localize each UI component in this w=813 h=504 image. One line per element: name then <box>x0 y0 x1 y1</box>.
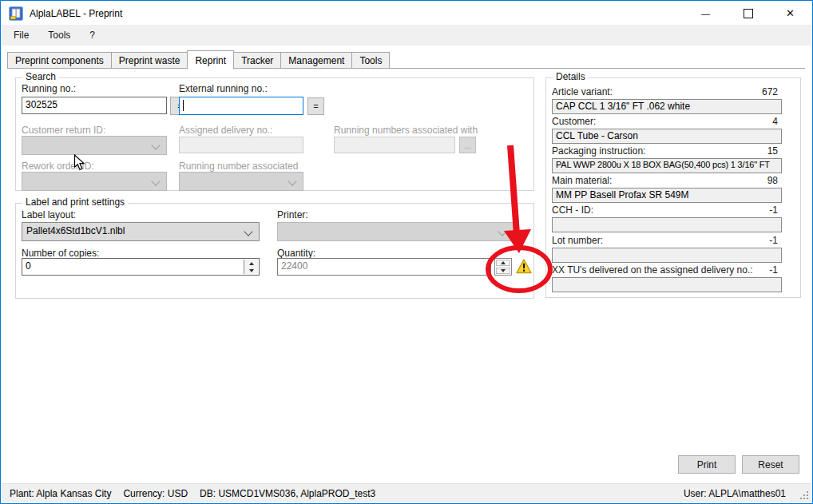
details-group: Details Article variant: 672 CAP CCL 1 3… <box>545 77 801 298</box>
printer-combo <box>277 222 514 241</box>
menu-item-tools[interactable]: Tools <box>41 26 77 45</box>
app-icon <box>9 6 23 21</box>
spin-down-icon[interactable] <box>244 267 258 274</box>
packaging-instruction-label: Packaging instruction: <box>552 145 645 157</box>
cch-id-label: CCH - ID: <box>552 204 593 216</box>
reset-button[interactable]: Reset <box>742 455 799 474</box>
assigned-delivery-no-input <box>179 137 303 153</box>
chevron-down-icon <box>244 227 252 236</box>
tab-reprint[interactable]: Reprint <box>187 50 234 69</box>
article-variant-id: 672 <box>762 86 778 97</box>
maximize-icon <box>744 9 753 18</box>
customer-id: 4 <box>772 116 778 127</box>
details-group-legend: Details <box>553 71 589 82</box>
label-print-settings-group: Label and print settings Label layout: P… <box>15 203 534 299</box>
assigned-delivery-no-label: Assigned delivery no.: <box>179 125 272 136</box>
customer-field: CCL Tube - Carson <box>552 129 782 144</box>
text-caret <box>183 100 184 111</box>
close-button[interactable]: ✕ <box>769 2 811 25</box>
lot-number-field <box>552 248 782 263</box>
resize-grip[interactable] <box>800 491 809 500</box>
status-user: User: ALPLA\matthes01 <box>684 488 786 499</box>
tus-delivered-label: XX TU's delivered on the assigned delive… <box>552 264 753 276</box>
status-db: DB: USMCD1VMS036, AlplaPROD_test3 <box>200 488 375 499</box>
status-plant: Plant: Alpla Kansas City <box>10 488 111 499</box>
running-numbers-associated-with-input <box>334 137 455 153</box>
spin-up-icon[interactable] <box>496 260 510 266</box>
cch-id-field <box>552 217 782 232</box>
search-group: Search Running no.: 302525 = External ru… <box>15 77 534 191</box>
article-variant-field: CAP CCL 1 3/16" FT .062 white <box>552 99 782 114</box>
running-numbers-associated-with-label: Running numbers associated with <box>334 125 478 136</box>
quantity-spinner[interactable] <box>494 258 512 276</box>
title-bar: AlplaLABEL - Preprint — ✕ <box>2 2 811 25</box>
tus-delivered-field <box>552 277 782 292</box>
menu-item-file[interactable]: File <box>6 26 36 45</box>
status-currency: Currency: USD <box>123 488 188 499</box>
tab-preprint-components[interactable]: Preprint components <box>7 52 112 69</box>
main-material-label: Main material: <box>552 175 612 186</box>
tus-delivered-id: -1 <box>769 264 778 276</box>
number-of-copies-input[interactable]: 0 <box>22 258 260 276</box>
label-layout-label: Label layout: <box>22 209 76 220</box>
chevron-down-icon <box>498 227 506 236</box>
quantity-input: 22400 <box>277 258 491 276</box>
lot-number-id: -1 <box>769 235 778 246</box>
tab-strip: Preprint components Preprint waste Repri… <box>7 50 389 69</box>
search-group-legend: Search <box>22 71 59 82</box>
maximize-button[interactable] <box>727 2 769 25</box>
minimize-button[interactable]: — <box>684 2 727 25</box>
running-number-associated-label: Running number associated <box>179 161 298 172</box>
packaging-instruction-field: PAL WWP 2800u X 18 BOX BAG(50,400 pcs) 1… <box>552 158 782 173</box>
customer-label: Customer: <box>552 116 596 127</box>
status-bar: Plant: Alpla Kansas City Currency: USD D… <box>2 483 811 502</box>
external-running-no-equals-button[interactable]: = <box>307 97 324 115</box>
external-running-no-label: External running no.: <box>179 83 268 94</box>
tab-tracker[interactable]: Tracker <box>233 52 281 69</box>
lot-number-label: Lot number: <box>552 235 603 246</box>
customer-return-id-combo <box>22 136 167 155</box>
tab-management[interactable]: Management <box>280 52 352 69</box>
running-number-associated-combo <box>179 172 303 191</box>
number-of-copies-label: Number of copies: <box>22 248 99 259</box>
external-running-no-input[interactable] <box>179 97 303 115</box>
packaging-instruction-id: 15 <box>767 145 778 157</box>
running-no-label: Running no.: <box>22 83 76 94</box>
quantity-label: Quantity: <box>277 248 315 259</box>
chevron-down-icon <box>288 177 296 185</box>
running-no-input[interactable]: 302525 <box>22 97 167 114</box>
close-icon: ✕ <box>786 7 795 19</box>
menu-bar: File Tools ? <box>2 25 811 46</box>
rework-order-id-combo <box>22 172 167 191</box>
menu-item-help[interactable]: ? <box>82 26 102 45</box>
print-button[interactable]: Print <box>678 455 736 474</box>
running-numbers-browse-button: ... <box>459 137 476 153</box>
number-of-copies-value: 0 <box>26 260 31 272</box>
article-variant-label: Article variant: <box>552 86 613 97</box>
window-title: AlplaLABEL - Preprint <box>30 8 122 19</box>
tab-tools[interactable]: Tools <box>351 52 390 69</box>
number-of-copies-spinner[interactable] <box>244 260 258 274</box>
main-material-field: MM PP Basell Profax SR 549M <box>552 188 782 203</box>
label-layout-value: Pallet4x6Std1bcV1.nlbl <box>26 225 125 236</box>
rework-order-id-label: Rework order ID: <box>22 161 94 172</box>
spin-up-icon[interactable] <box>244 260 258 267</box>
spin-down-icon[interactable] <box>496 268 510 274</box>
minimize-icon: — <box>701 9 710 18</box>
warning-icon <box>516 259 532 274</box>
label-layout-combo[interactable]: Pallet4x6Std1bcV1.nlbl <box>22 222 260 241</box>
main-material-id: 98 <box>767 175 778 186</box>
chevron-down-icon <box>151 141 160 149</box>
chevron-down-icon <box>151 177 160 185</box>
tab-preprint-waste[interactable]: Preprint waste <box>111 52 188 69</box>
app-window: AlplaLABEL - Preprint — ✕ File Tools ? P… <box>0 0 813 504</box>
label-print-settings-legend: Label and print settings <box>22 196 128 208</box>
cch-id-id: -1 <box>769 204 778 216</box>
printer-label: Printer: <box>277 209 308 220</box>
customer-return-id-label: Customer return ID: <box>22 125 105 136</box>
